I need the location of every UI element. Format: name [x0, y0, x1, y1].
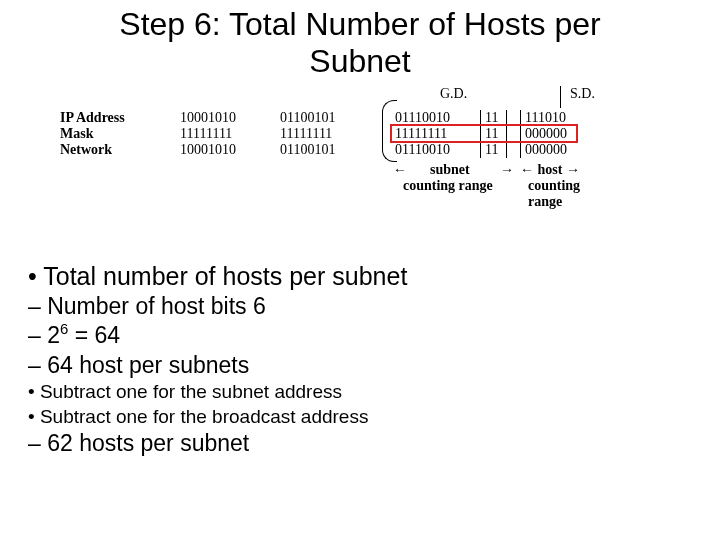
c2r3: 01100101 — [280, 142, 335, 158]
label-range: range — [528, 194, 562, 210]
bullet-l3a: Subtract one for the subnet address — [28, 380, 690, 404]
c5r3: 000000 — [525, 142, 567, 158]
slide-title: Step 6: Total Number of Hosts per Subnet — [0, 0, 720, 80]
c2r2: 11111111 — [280, 126, 332, 142]
bullet-content: Total number of hosts per subnet Number … — [28, 260, 690, 460]
c2r1: 01100101 — [280, 110, 335, 126]
hdr-sd: S.D. — [570, 86, 595, 102]
arrow-right-subnet: → — [500, 162, 514, 178]
l2b-post: = 64 — [68, 322, 120, 348]
divider-sd — [560, 86, 561, 108]
rowlabel-ip: IP Address — [60, 110, 125, 126]
l2c-text: 64 host per subnets — [47, 352, 249, 378]
bullet-l2c: 64 host per subnets Subtract one for the… — [28, 351, 690, 429]
hdr-gd: G.D. — [440, 86, 467, 102]
label-host: ← host → — [520, 162, 580, 178]
label-subnet: subnet — [430, 162, 470, 178]
c3r3: 01110010 — [395, 142, 450, 158]
label-counting-range: counting range — [403, 178, 493, 194]
c1r1: 10001010 — [180, 110, 236, 126]
bullet-l2b: 26 = 64 — [28, 321, 690, 350]
bullet-l2d: 62 hosts per subnet — [28, 429, 690, 458]
arrow-left-subnet: ← — [393, 162, 407, 178]
label-counting: counting — [528, 178, 580, 194]
ip-diagram: G.D. S.D. IP Address Mask Network 100010… — [60, 86, 680, 236]
rowlabel-mask: Mask — [60, 126, 93, 142]
bullet-l1: Total number of hosts per subnet Number … — [28, 260, 690, 458]
l2b-pre: 2 — [47, 322, 60, 348]
bullet-l3b: Subtract one for the broadcast address — [28, 405, 690, 429]
bullet-l1-text: Total number of hosts per subnet — [43, 262, 407, 290]
c4r3: 11 — [485, 142, 498, 158]
rowlabel-network: Network — [60, 142, 112, 158]
title-line-2: Subnet — [309, 43, 410, 79]
bullet-l2a: Number of host bits 6 — [28, 292, 690, 321]
c1r2: 11111111 — [180, 126, 232, 142]
c1r3: 10001010 — [180, 142, 236, 158]
title-line-1: Step 6: Total Number of Hosts per — [119, 6, 600, 42]
red-highlight-mask — [390, 124, 578, 143]
